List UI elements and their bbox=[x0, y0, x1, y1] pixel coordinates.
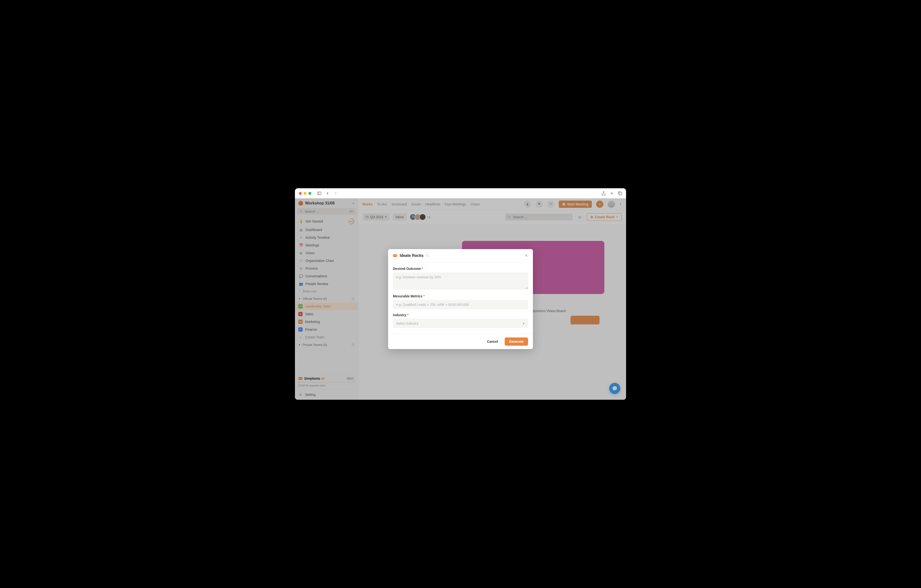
measurable-metrics-label: Mesurable Metrics * bbox=[393, 294, 528, 298]
ideate-rocks-modal: Ideate Rocks ⓘ ✕ Desired Outcome * Mesur… bbox=[388, 249, 533, 349]
svg-rect-0 bbox=[317, 192, 321, 195]
app-window: Workshop 31/08 ▼ ⌘K 💡 Get Started 50% ▦D… bbox=[295, 188, 626, 400]
tabs-icon[interactable] bbox=[618, 191, 622, 195]
modal-header: Ideate Rocks ⓘ ✕ bbox=[388, 249, 533, 262]
desired-outcome-input[interactable] bbox=[393, 272, 528, 290]
svg-rect-5 bbox=[619, 192, 622, 195]
modal-title: Ideate Rocks bbox=[400, 253, 423, 258]
minimize-window-icon[interactable] bbox=[304, 192, 306, 195]
chevron-down-icon: ▼ bbox=[522, 322, 525, 325]
industry-label: Industry * bbox=[393, 313, 528, 317]
desired-outcome-label: Desired Outcome * bbox=[393, 267, 528, 270]
modal-overlay[interactable]: Ideate Rocks ⓘ ✕ Desired Outcome * Mesur… bbox=[295, 199, 626, 400]
window-controls bbox=[299, 192, 311, 195]
nav-back-icon[interactable] bbox=[325, 191, 330, 195]
titlebar bbox=[295, 188, 626, 199]
new-tab-icon[interactable] bbox=[610, 191, 614, 195]
share-icon[interactable] bbox=[602, 191, 606, 195]
measurable-metrics-input[interactable] bbox=[393, 300, 528, 309]
close-window-icon[interactable] bbox=[299, 192, 302, 195]
nav-forward-icon bbox=[334, 191, 338, 195]
industry-placeholder: Select Industry bbox=[396, 321, 418, 326]
maximize-window-icon[interactable] bbox=[308, 192, 311, 195]
cancel-button[interactable]: Cancel bbox=[483, 337, 502, 346]
sidebar-toggle-icon[interactable] bbox=[317, 191, 322, 195]
generate-button[interactable]: Generate bbox=[504, 337, 528, 346]
industry-select[interactable]: Select Industry ▼ bbox=[393, 319, 528, 328]
close-icon[interactable]: ✕ bbox=[524, 253, 528, 258]
ai-robot-icon bbox=[393, 254, 397, 257]
help-icon[interactable]: ⓘ bbox=[426, 253, 429, 258]
